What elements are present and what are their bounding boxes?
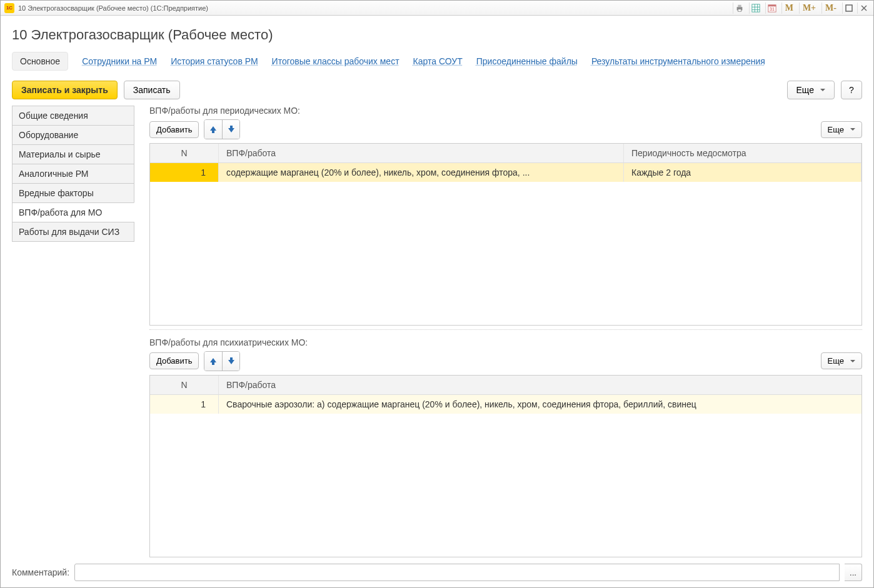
section-nav: Основное Сотрудники на РМ История статус… — [12, 52, 862, 71]
periodic-row-period: Каждые 2 года — [624, 163, 861, 182]
periodic-more-button[interactable]: Еще — [821, 121, 862, 138]
side-tab-equipment[interactable]: Оборудование — [12, 125, 134, 144]
svg-rect-2 — [738, 9, 741, 11]
page-title: 10 Электрогазосварщик (Рабочее место) — [12, 27, 862, 43]
psych-add-button[interactable]: Добавить — [149, 352, 199, 369]
psych-more-button[interactable]: Еще — [821, 352, 862, 369]
psych-grid-body: 1 Сварочные аэрозоли: а) содержащие марг… — [150, 395, 861, 557]
periodic-grid[interactable]: N ВПФ/работа Периодичность медосмотра 1 … — [149, 143, 862, 326]
psych-col-vpf[interactable]: ВПФ/работа — [219, 376, 861, 394]
psych-grid-header: N ВПФ/работа — [150, 376, 861, 395]
nav-main[interactable]: Основное — [12, 52, 68, 71]
side-tab-siz-works[interactable]: Работы для выдачи СИЗ — [12, 222, 134, 242]
svg-rect-11 — [846, 5, 852, 11]
tb-m-button[interactable]: M — [781, 2, 796, 14]
psych-col-n[interactable]: N — [150, 376, 219, 394]
print-icon[interactable] — [733, 2, 746, 14]
svg-rect-3 — [752, 4, 760, 11]
app-window: 1C 10 Электрогазосварщик (Рабочее место)… — [0, 0, 874, 588]
comment-row: Комментарий: ... — [12, 564, 862, 581]
side-tab-analog-rm[interactable]: Аналогичные РМ — [12, 164, 134, 183]
side-tabs: Общие сведения Оборудование Материалы и … — [12, 106, 134, 557]
save-button[interactable]: Записать — [124, 81, 180, 99]
tb-m-minus-button[interactable]: M- — [821, 2, 840, 14]
actions-row: Записать и закрыть Записать Еще ? — [12, 81, 862, 99]
side-tab-general[interactable]: Общие сведения — [12, 106, 134, 125]
periodic-section: ВПФ/работы для периодических МО: Добавит… — [149, 106, 862, 326]
periodic-label: ВПФ/работы для периодических МО: — [149, 106, 862, 116]
table-row[interactable]: 1 Сварочные аэрозоли: а) содержащие марг… — [150, 395, 861, 414]
side-tab-vpf-mo[interactable]: ВПФ/работа для МО — [12, 202, 134, 222]
more-button[interactable]: Еще — [787, 81, 835, 99]
periodic-grid-body: 1 содержащие марганец (20% и более), ник… — [150, 163, 861, 325]
psych-arrow-group — [204, 351, 240, 371]
titlebar-icons: 31 M M+ M- — [733, 2, 870, 14]
nav-employees[interactable]: Сотрудники на РМ — [82, 56, 157, 66]
comment-input[interactable] — [74, 564, 840, 581]
periodic-grid-header: N ВПФ/работа Периодичность медосмотра — [150, 144, 861, 163]
psych-section: ВПФ/работы для психиатрических МО: Добав… — [149, 337, 862, 558]
svg-rect-9 — [768, 4, 776, 6]
section-divider — [149, 329, 862, 330]
content-area: 10 Электрогазосварщик (Рабочее место) Ос… — [1, 16, 873, 587]
svg-rect-1 — [738, 4, 741, 7]
periodic-move-up-icon[interactable] — [204, 120, 222, 139]
nav-final-classes[interactable]: Итоговые классы рабочих мест — [272, 56, 399, 66]
maximize-icon[interactable] — [842, 2, 855, 14]
periodic-row-n: 1 — [150, 163, 219, 182]
close-icon[interactable] — [857, 2, 870, 14]
nav-sout-card[interactable]: Карта СОУТ — [413, 56, 463, 66]
psych-toolbar: Добавить Еще — [149, 351, 862, 371]
psych-label: ВПФ/работы для психиатрических МО: — [149, 337, 862, 347]
comment-label: Комментарий: — [12, 567, 69, 577]
table-row[interactable]: 1 содержащие марганец (20% и более), ник… — [150, 163, 861, 182]
periodic-col-period[interactable]: Периодичность медосмотра — [624, 144, 861, 162]
periodic-col-vpf[interactable]: ВПФ/работа — [219, 144, 624, 162]
periodic-row-vpf: содержащие марганец (20% и более), никел… — [219, 163, 624, 182]
body-split: Общие сведения Оборудование Материалы и … — [12, 106, 862, 557]
side-tab-materials[interactable]: Материалы и сырье — [12, 144, 134, 164]
spreadsheet-icon[interactable] — [749, 2, 763, 14]
titlebar: 1C 10 Электрогазосварщик (Рабочее место)… — [1, 1, 873, 16]
nav-attached-files[interactable]: Присоединенные файлы — [476, 56, 578, 66]
app-logo-icon: 1C — [4, 3, 14, 13]
nav-measure-results[interactable]: Результаты инструментального измерения — [591, 56, 765, 66]
psych-grid[interactable]: N ВПФ/работа 1 Сварочные аэрозоли: а) со… — [149, 375, 862, 558]
psych-row-n: 1 — [150, 395, 219, 414]
psych-move-up-icon[interactable] — [204, 352, 222, 371]
save-and-close-button[interactable]: Записать и закрыть — [12, 81, 118, 99]
window-title: 10 Электрогазосварщик (Рабочее место) (1… — [18, 4, 733, 12]
help-button[interactable]: ? — [841, 81, 862, 99]
periodic-move-down-icon[interactable] — [222, 120, 239, 139]
tb-m-plus-button[interactable]: M+ — [799, 2, 819, 14]
periodic-col-n[interactable]: N — [150, 144, 219, 162]
periodic-toolbar: Добавить Еще — [149, 119, 862, 139]
calendar-icon[interactable]: 31 — [765, 2, 779, 14]
periodic-arrow-group — [204, 119, 240, 139]
periodic-add-button[interactable]: Добавить — [149, 121, 199, 138]
nav-status-history[interactable]: История статусов РМ — [171, 56, 258, 66]
main-panel: ВПФ/работы для периодических МО: Добавит… — [134, 106, 862, 557]
svg-text:31: 31 — [770, 7, 775, 11]
side-tab-harmful-factors[interactable]: Вредные факторы — [12, 183, 134, 202]
psych-row-vpf: Сварочные аэрозоли: а) содержащие марган… — [219, 395, 861, 414]
comment-pick-button[interactable]: ... — [845, 564, 862, 581]
psych-move-down-icon[interactable] — [222, 352, 239, 371]
